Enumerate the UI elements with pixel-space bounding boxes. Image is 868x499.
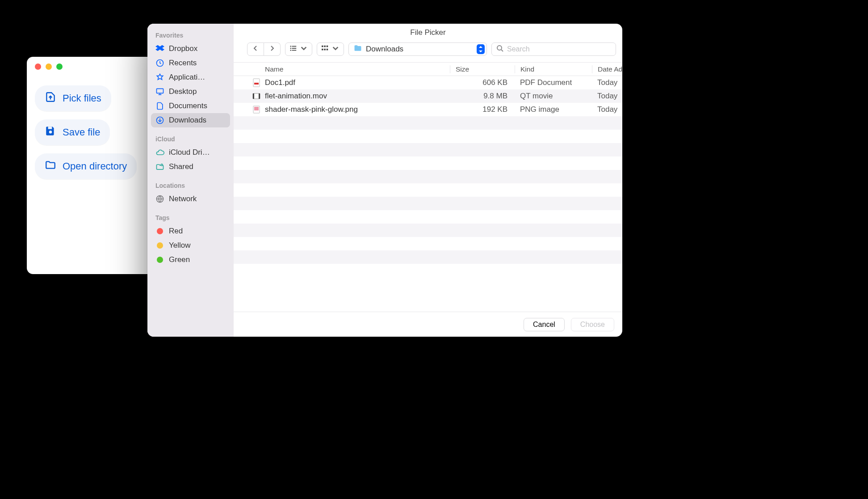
cancel-button[interactable]: Cancel xyxy=(524,318,565,331)
sidebar-item-label: Red xyxy=(169,227,183,236)
pick-files-button[interactable]: Pick files xyxy=(35,85,111,111)
back-button[interactable] xyxy=(247,42,264,56)
shared-icon xyxy=(155,162,164,171)
sidebar-item-red[interactable]: Red xyxy=(151,224,230,238)
minimize-window-button[interactable] xyxy=(46,63,52,70)
svg-rect-18 xyxy=(327,49,328,51)
sidebar-item-label: Downloads xyxy=(169,116,206,125)
appstore-icon xyxy=(155,73,164,82)
empty-row xyxy=(234,130,622,143)
sidebar-item-dropbox[interactable]: Dropbox xyxy=(151,42,230,56)
column-header-kind[interactable]: Kind xyxy=(515,65,592,73)
save-icon xyxy=(45,125,56,140)
nav-group xyxy=(247,42,281,56)
save-file-label: Save file xyxy=(63,127,100,138)
svg-point-5 xyxy=(161,164,163,166)
svg-point-19 xyxy=(497,46,502,50)
sidebar-section-label: Tags xyxy=(151,206,230,224)
sidebar-item-label: Desktop xyxy=(169,87,197,96)
sidebar-item-shared[interactable]: Shared xyxy=(151,160,230,174)
sidebar-item-desktop[interactable]: Desktop xyxy=(151,85,230,99)
file-row[interactable]: flet-animation.mov9.8 MBQT movieToday xyxy=(234,89,622,103)
column-header-date[interactable]: Date Added xyxy=(592,65,622,73)
empty-row xyxy=(234,237,622,250)
svg-point-9 xyxy=(290,48,291,49)
empty-row xyxy=(234,250,622,264)
chevron-down-icon xyxy=(300,45,307,54)
file-name: Doc1.pdf xyxy=(265,78,450,87)
file-date: Today xyxy=(592,92,622,101)
svg-rect-1 xyxy=(48,127,52,129)
column-header-size[interactable]: Size xyxy=(450,65,515,73)
sidebar-item-applicati[interactable]: Applicati… xyxy=(151,70,230,85)
svg-point-0 xyxy=(49,131,52,134)
sidebar-section-label: Locations xyxy=(151,174,230,192)
pick-files-label: Pick files xyxy=(63,93,101,104)
sidebar-item-yellow[interactable]: Yellow xyxy=(151,238,230,253)
file-row[interactable]: Doc1.pdf606 KBPDF DocumentToday xyxy=(234,76,622,89)
empty-row xyxy=(234,183,622,197)
location-popup[interactable]: Downloads xyxy=(348,42,487,56)
svg-point-7 xyxy=(290,46,291,47)
file-row[interactable]: shader-mask-pink-glow.png192 KBPNG image… xyxy=(234,103,622,116)
view-list-button[interactable] xyxy=(285,42,312,56)
sidebar-item-recents[interactable]: Recents xyxy=(151,56,230,70)
chevron-right-icon xyxy=(268,45,276,54)
toolbar: Downloads xyxy=(234,42,622,63)
svg-rect-8 xyxy=(292,46,296,47)
picker-main: File Picker Downloads xyxy=(234,24,622,337)
sidebar-item-downloads[interactable]: Downloads xyxy=(151,113,230,127)
column-header-name[interactable]: Name xyxy=(265,65,450,73)
empty-row xyxy=(234,116,622,130)
svg-rect-21 xyxy=(254,83,259,85)
sidebar-item-label: Documents xyxy=(169,101,207,110)
empty-row xyxy=(234,210,622,224)
file-kind: PDF Document xyxy=(515,78,592,87)
file-size: 606 KB xyxy=(450,78,515,87)
png-icon xyxy=(252,105,261,114)
folder-icon xyxy=(45,159,56,173)
globe-icon xyxy=(155,195,164,203)
tag-dot-icon xyxy=(157,228,163,234)
list-icon xyxy=(290,45,297,54)
search-box[interactable] xyxy=(491,42,616,56)
search-input[interactable] xyxy=(507,45,611,53)
save-file-button[interactable]: Save file xyxy=(35,119,110,145)
upload-icon xyxy=(45,91,56,106)
forward-button[interactable] xyxy=(264,42,281,56)
desktop-icon xyxy=(155,87,164,96)
table-header: Name Size Kind Date Added xyxy=(234,63,622,76)
empty-row xyxy=(234,143,622,156)
mov-icon xyxy=(252,91,261,101)
file-kind: PNG image xyxy=(515,105,592,114)
empty-row xyxy=(234,197,622,210)
svg-rect-14 xyxy=(324,46,326,47)
sidebar: FavoritesDropboxRecentsApplicati…Desktop… xyxy=(147,24,234,337)
sidebar-item-icloud-dri[interactable]: iCloud Dri… xyxy=(151,145,230,160)
maximize-window-button[interactable] xyxy=(56,63,63,70)
open-directory-button[interactable]: Open directory xyxy=(35,153,137,179)
file-name: flet-animation.mov xyxy=(265,92,450,101)
close-window-button[interactable] xyxy=(35,63,41,70)
sidebar-item-label: Network xyxy=(169,195,197,203)
sidebar-item-network[interactable]: Network xyxy=(151,192,230,206)
svg-rect-16 xyxy=(322,49,323,51)
choose-button[interactable]: Choose xyxy=(571,318,614,331)
dialog-title: File Picker xyxy=(234,24,622,42)
sidebar-section-label: iCloud xyxy=(151,127,230,145)
file-picker-dialog: FavoritesDropboxRecentsApplicati…Desktop… xyxy=(147,24,622,337)
svg-rect-23 xyxy=(253,93,254,99)
sidebar-item-label: Dropbox xyxy=(169,44,197,53)
location-label: Downloads xyxy=(366,45,473,54)
sidebar-section-label: Favorites xyxy=(151,28,230,42)
empty-row xyxy=(234,170,622,183)
sidebar-item-documents[interactable]: Documents xyxy=(151,99,230,113)
dropbox-icon xyxy=(155,44,164,53)
sidebar-item-green[interactable]: Green xyxy=(151,253,230,267)
svg-rect-15 xyxy=(327,46,328,47)
file-list: Doc1.pdf606 KBPDF DocumentTodayflet-anim… xyxy=(234,76,622,312)
group-by-button[interactable] xyxy=(317,42,344,56)
dialog-footer: Cancel Choose xyxy=(234,312,622,337)
sidebar-item-label: Shared xyxy=(169,162,193,171)
svg-rect-12 xyxy=(292,50,296,51)
